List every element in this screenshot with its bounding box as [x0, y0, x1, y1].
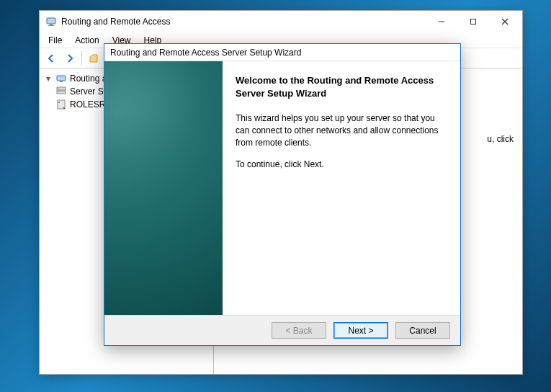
maximize-button[interactable] [457, 12, 489, 32]
server-status-icon [55, 86, 67, 97]
window-buttons [426, 12, 521, 32]
app-icon [45, 16, 57, 27]
wizard-banner [104, 61, 223, 315]
wizard-content: Welcome to the Routing and Remote Access… [223, 61, 460, 315]
titlebar: Routing and Remote Access [40, 11, 522, 32]
menu-action[interactable]: Action [69, 34, 104, 47]
forward-button[interactable] [61, 50, 79, 66]
svg-rect-10 [57, 91, 66, 94]
toolbar-separator [81, 51, 82, 66]
svg-rect-7 [57, 76, 66, 81]
svg-rect-8 [60, 81, 63, 82]
wizard-paragraph-2: To continue, click Next. [236, 159, 447, 171]
next-wizard-button[interactable]: Next > [333, 322, 388, 339]
close-button[interactable] [489, 12, 521, 32]
back-wizard-button: < Back [272, 322, 326, 339]
wizard-heading: Welcome to the Routing and Remote Access… [236, 74, 447, 99]
server-icon [55, 99, 67, 110]
svg-rect-4 [471, 19, 476, 24]
svg-rect-0 [47, 18, 55, 24]
rras-icon [55, 73, 67, 84]
svg-point-11 [58, 88, 60, 89]
wizard-body: Welcome to the Routing and Remote Access… [104, 61, 460, 315]
svg-rect-2 [48, 25, 54, 26]
wizard-dialog: Routing and Remote Access Server Setup W… [104, 43, 461, 346]
minimize-button[interactable] [426, 12, 457, 32]
svg-point-13 [58, 102, 60, 103]
back-button[interactable] [42, 50, 60, 66]
svg-rect-1 [50, 24, 53, 25]
expand-icon[interactable]: ▾ [44, 74, 53, 84]
wizard-button-bar: < Back Next > Cancel [104, 315, 460, 345]
cancel-wizard-button[interactable]: Cancel [395, 322, 450, 339]
menu-file[interactable]: File [42, 34, 68, 47]
content-fragment: u, click [487, 134, 514, 144]
wizard-paragraph-1: This wizard helps you set up your server… [236, 112, 447, 148]
window-title: Routing and Remote Access [61, 17, 426, 27]
